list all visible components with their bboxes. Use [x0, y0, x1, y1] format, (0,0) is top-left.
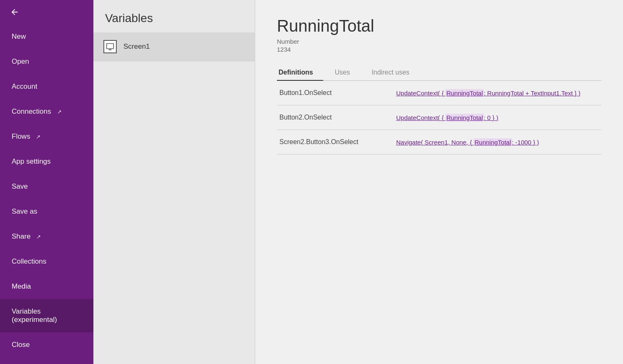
sidebar-item-share[interactable]: Share ↗ — [0, 224, 93, 249]
variable-name: RunningTotal — [277, 17, 601, 35]
sidebar-item-label: Save as — [12, 207, 37, 216]
sidebar-item-label: Account — [12, 82, 37, 91]
sidebar-item-label: Flows — [12, 132, 30, 141]
tabs-bar: Definitions Uses Indirect uses — [277, 65, 601, 81]
back-button[interactable] — [0, 0, 93, 24]
definition-label: Button2.OnSelect — [279, 114, 396, 121]
definition-label: Screen2.Button3.OnSelect — [279, 138, 396, 146]
middle-panel-title: Variables — [93, 0, 255, 32]
definition-value[interactable]: UpdateContext( { RunningTotal: 0 } ) — [396, 114, 599, 121]
tab-uses[interactable]: Uses — [333, 65, 360, 80]
main-content: RunningTotal Number 1234 Definitions Use… — [255, 0, 623, 364]
sidebar-item-close[interactable]: Close — [0, 332, 93, 357]
definition-label: Button1.OnSelect — [279, 89, 396, 97]
variable-type: Number — [277, 38, 601, 45]
sidebar-item-variables[interactable]: Variables (experimental) — [0, 299, 93, 332]
sidebar-item-collections[interactable]: Collections — [0, 249, 93, 274]
sidebar-item-new[interactable]: New — [0, 24, 93, 49]
highlight-runningtotal: RunningTotal — [474, 138, 512, 146]
sidebar-item-label: Variables (experimental) — [12, 307, 82, 324]
external-link-icon: ↗ — [36, 234, 41, 240]
sidebar-item-label: Collections — [12, 257, 46, 266]
definitions-table: Button1.OnSelect UpdateContext( { Runnin… — [277, 81, 601, 155]
screen-icon — [103, 40, 117, 53]
sidebar-item-label: Share — [12, 232, 30, 241]
middle-panel: Variables Screen1 — [93, 0, 255, 364]
highlight-runningtotal: RunningTotal — [445, 114, 484, 122]
sidebar-item-label: Close — [12, 341, 30, 349]
sidebar-item-account[interactable]: Account — [0, 74, 93, 99]
sidebar-item-media[interactable]: Media — [0, 274, 93, 299]
sidebar-item-connections[interactable]: Connections ↗ — [0, 99, 93, 124]
definition-row: Screen2.Button3.OnSelect Navigate( Scree… — [277, 130, 601, 155]
highlight-runningtotal: RunningTotal — [445, 89, 484, 97]
screen-item[interactable]: Screen1 — [93, 32, 255, 61]
external-link-icon: ↗ — [57, 109, 62, 115]
sidebar: New Open Account Connections ↗ Flows ↗ A… — [0, 0, 93, 364]
variable-value: 1234 — [277, 46, 601, 53]
definition-row: Button1.OnSelect UpdateContext( { Runnin… — [277, 81, 601, 105]
sidebar-item-label: New — [12, 32, 26, 41]
definition-row: Button2.OnSelect UpdateContext( { Runnin… — [277, 105, 601, 130]
svg-rect-0 — [107, 44, 114, 49]
sidebar-item-label: App settings — [12, 157, 51, 166]
definition-value[interactable]: UpdateContext( { RunningTotal: RunningTo… — [396, 90, 599, 97]
sidebar-item-open[interactable]: Open — [0, 49, 93, 74]
sidebar-item-label: Connections — [12, 107, 51, 116]
sidebar-item-save[interactable]: Save — [0, 174, 93, 199]
tab-indirect-uses[interactable]: Indirect uses — [370, 65, 420, 80]
sidebar-item-label: Open — [12, 57, 29, 66]
definition-value[interactable]: Navigate( Screen1, None, { RunningTotal:… — [396, 139, 599, 146]
sidebar-item-flows[interactable]: Flows ↗ — [0, 124, 93, 149]
tab-definitions[interactable]: Definitions — [277, 65, 323, 80]
sidebar-item-label: Save — [12, 182, 28, 191]
screen-label: Screen1 — [123, 42, 150, 51]
sidebar-item-app-settings[interactable]: App settings — [0, 149, 93, 174]
sidebar-item-save-as[interactable]: Save as — [0, 199, 93, 224]
external-link-icon: ↗ — [36, 134, 40, 140]
sidebar-item-label: Media — [12, 282, 31, 291]
